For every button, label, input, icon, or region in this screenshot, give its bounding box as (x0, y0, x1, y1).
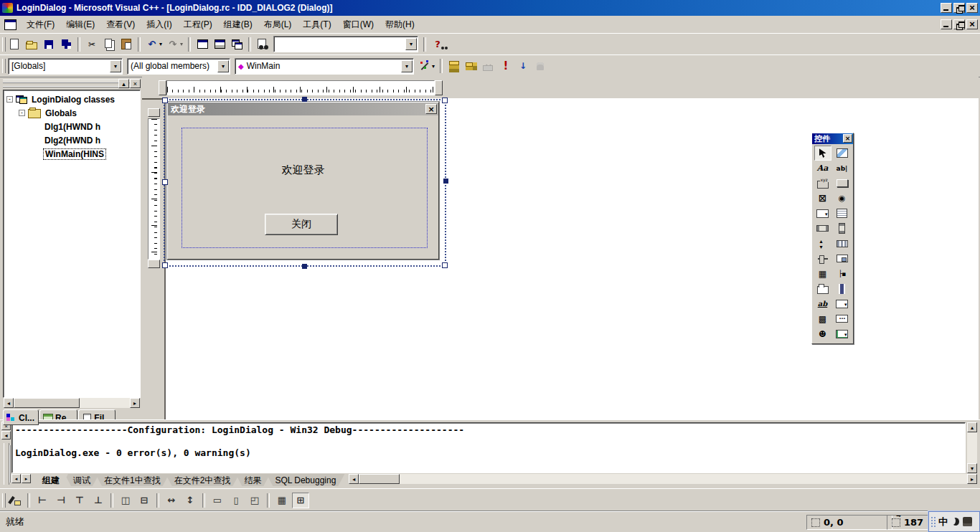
mdi-close-button[interactable] (966, 19, 978, 29)
resize-handle-n[interactable] (302, 97, 307, 102)
execute-program-button[interactable]: ! (498, 59, 514, 73)
menu-item[interactable]: 帮助(H) (380, 16, 420, 33)
workspace-gripper[interactable]: ▴ × (3, 80, 141, 90)
search-help-button[interactable]: ? (430, 37, 446, 52)
tool-month-calendar[interactable]: ▩ (814, 311, 831, 326)
menu-item[interactable]: 文件(F) (21, 16, 60, 33)
output-toggle-button[interactable] (212, 37, 227, 52)
window-manager-button[interactable] (229, 37, 245, 52)
output-tab[interactable]: 在文件2中查找 (166, 474, 240, 486)
resize-handle-se[interactable] (442, 262, 448, 268)
menu-item[interactable]: 编辑(E) (60, 16, 100, 33)
toggle-guides-button[interactable]: ⊞ (292, 493, 309, 508)
mdi-minimize-button[interactable] (941, 19, 952, 29)
tabs-scroll-left-icon[interactable]: ◂ (11, 474, 21, 483)
designed-dialog-close-icon[interactable]: × (425, 104, 437, 114)
tool-hot-key[interactable] (834, 251, 851, 266)
tool-slider-control[interactable] (814, 251, 831, 266)
tool-select-pointer[interactable] (814, 146, 831, 161)
ime-gripper[interactable] (930, 516, 936, 528)
align-bottom-button[interactable]: ⊥ (90, 493, 107, 508)
tool-tab-control[interactable] (814, 281, 831, 296)
output-text-area[interactable]: --------------------Configuration: Login… (11, 422, 966, 473)
menu-item[interactable]: 查看(V) (100, 16, 141, 33)
resize-handle-s[interactable] (302, 264, 307, 269)
build-button[interactable] (463, 59, 479, 73)
members-combo-dropdown[interactable]: ▾ (217, 60, 229, 72)
space-across-button[interactable]: ↔ (163, 493, 180, 508)
output-vertical-scrollbar[interactable]: ▴ ▾ (967, 422, 977, 473)
workspace-tab-classview[interactable]: Cl... (3, 409, 39, 425)
tool-custom-control[interactable]: ☻ (814, 326, 831, 341)
undo-dropdown[interactable]: ▾ (159, 41, 162, 47)
make-same-width-button[interactable]: ▭ (209, 493, 226, 508)
workspace-dock-button[interactable]: ▴ (118, 79, 129, 88)
tool-static-text[interactable]: Aa (814, 161, 831, 176)
menu-item[interactable]: 工程(P) (178, 16, 218, 33)
toolbox-close-icon[interactable]: × (843, 134, 852, 143)
menu-item[interactable]: 组建(B) (218, 16, 258, 33)
designed-static-text[interactable]: 欢迎登录 (169, 163, 438, 177)
find-combo[interactable]: ▾ (273, 36, 418, 52)
tool-horizontal-scroll-bar[interactable] (814, 221, 831, 236)
tree-expander-icon[interactable]: - (6, 96, 13, 103)
scroll-right-button[interactable]: ▸ (130, 398, 140, 408)
mdi-restore-button[interactable] (953, 19, 965, 29)
redo-dropdown[interactable]: ▾ (180, 41, 183, 47)
resize-handle-e[interactable] (443, 179, 448, 184)
tree-item[interactable]: -LoginDialog classes (6, 92, 140, 106)
scrollbar-thumb[interactable] (14, 398, 80, 408)
output-prev-icon[interactable]: ◂ (1, 431, 11, 440)
align-right-button[interactable]: ⊣ (52, 493, 70, 508)
tool-list-box[interactable] (834, 206, 851, 221)
class-combo[interactable]: [Globals] ▾ (8, 58, 123, 75)
space-down-button[interactable]: ↕ (182, 493, 199, 508)
menu-item[interactable]: 工具(T) (297, 16, 336, 33)
save-all-button[interactable] (58, 37, 74, 52)
designed-dialog[interactable]: 欢迎登录 × 欢迎登录 关闭 (167, 102, 439, 260)
make-same-height-button[interactable]: ▯ (227, 493, 245, 508)
tool-tree-control[interactable]: ├▪ (834, 266, 851, 281)
find-in-files-button[interactable] (255, 37, 270, 52)
open-file-button[interactable] (24, 37, 39, 52)
tool-combo-box[interactable] (814, 206, 831, 221)
menu-item[interactable]: 插入(I) (141, 16, 177, 33)
save-file-button[interactable] (41, 37, 57, 52)
scrollbar-thumb[interactable] (359, 474, 400, 484)
tool-rich-edit[interactable]: ab (814, 296, 831, 311)
wizard-actions-dropdown[interactable]: ▾ (432, 63, 435, 70)
designed-dialog-titlebar[interactable]: 欢迎登录 × (168, 103, 438, 115)
center-vertical-button[interactable]: ◫ (117, 493, 134, 508)
scroll-up-button[interactable]: ▴ (967, 422, 977, 432)
output-tab[interactable]: 在文件1中查找 (95, 474, 169, 486)
resize-handle-ne[interactable] (442, 98, 448, 103)
tool-check-box[interactable]: ☒ (814, 191, 831, 206)
tool-extended-combo-box[interactable] (834, 326, 851, 341)
new-file-button[interactable] (6, 37, 22, 52)
copy-button[interactable] (101, 37, 117, 52)
designed-dialog-client[interactable]: 欢迎登录 关闭 (169, 116, 438, 258)
output-horizontal-scrollbar[interactable]: ◂ ▸ (349, 474, 977, 484)
resize-handle-w[interactable] (162, 179, 168, 185)
function-combo-dropdown[interactable]: ▾ (401, 60, 413, 72)
class-combo-dropdown[interactable]: ▾ (110, 60, 121, 72)
minimize-button[interactable] (941, 3, 952, 13)
tree-item[interactable]: Dlg2(HWND h (6, 133, 140, 147)
tool-animate-control[interactable] (834, 281, 851, 296)
toolbar-gripper[interactable] (2, 59, 6, 73)
menu-item[interactable]: 窗口(W) (337, 16, 380, 33)
tree-horizontal-scrollbar[interactable]: ◂ ▸ (4, 398, 140, 408)
restore-button[interactable] (953, 3, 965, 13)
align-left-button[interactable]: ⊢ (34, 493, 51, 508)
tool-radio-button[interactable]: ◉ (834, 191, 851, 206)
class-tree[interactable]: -LoginDialog classes-GlobalsDlg1(HWND hD… (3, 90, 141, 398)
go-button[interactable]: ↓ (515, 59, 531, 73)
close-button[interactable] (966, 3, 978, 13)
ime-keyboard-icon[interactable] (963, 517, 972, 526)
menu-item[interactable]: 布局(L) (258, 16, 298, 33)
tool-date-time-picker[interactable] (834, 296, 851, 311)
tool-spin-control[interactable] (814, 236, 831, 251)
output-tab[interactable]: SQL Debugging (266, 474, 344, 486)
tree-expander-icon[interactable]: - (19, 110, 25, 116)
center-horizontal-button[interactable]: ⊟ (136, 493, 153, 508)
